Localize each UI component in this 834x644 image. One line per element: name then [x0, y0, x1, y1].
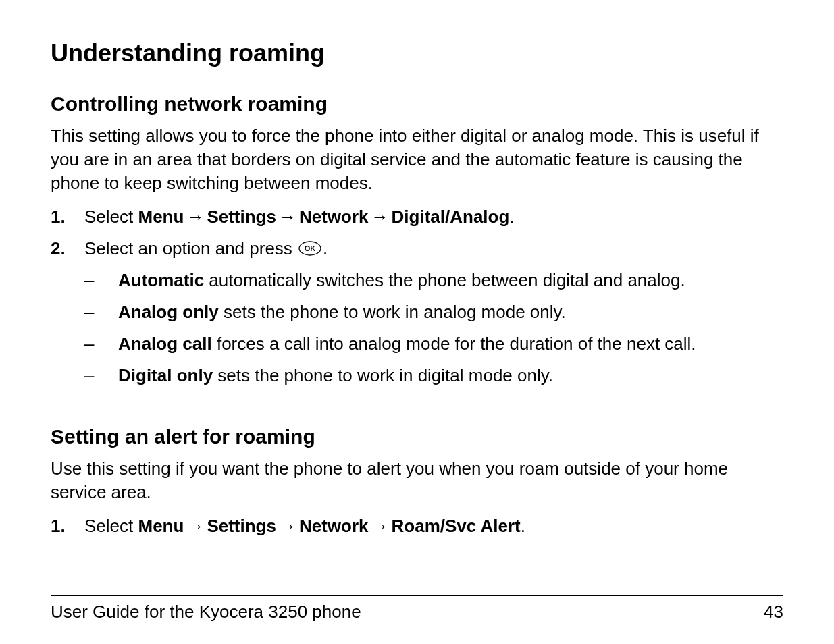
text: Select an option and press — [84, 238, 297, 259]
section1-options: – Automatic automatically switches the p… — [84, 269, 783, 387]
menu-path-menu: Menu — [138, 207, 184, 227]
bullet-dash: – — [84, 332, 118, 356]
section2-steps: 1. Select Menu→Settings→Network→Roam/Svc… — [51, 514, 783, 538]
bullet-dash: – — [84, 269, 118, 292]
option-analog-only: – Analog only sets the phone to work in … — [84, 300, 783, 324]
step-body: Select Menu→Settings→Network→Roam/Svc Al… — [84, 514, 783, 538]
page-footer: User Guide for the Kyocera 3250 phone 43 — [51, 595, 783, 624]
option-text: sets the phone to work in digital mode o… — [213, 365, 553, 385]
heading-section-2: Setting an alert for roaming — [51, 423, 783, 451]
footer-page-number: 43 — [764, 600, 783, 624]
menu-path-settings: Settings — [207, 516, 276, 536]
section1-step-1: 1. Select Menu→Settings→Network→Digital/… — [51, 205, 783, 229]
text: . — [521, 516, 525, 536]
option-digital-only: – Digital only sets the phone to work in… — [84, 364, 783, 387]
text: . — [323, 238, 328, 259]
arrow-icon: → — [279, 514, 296, 538]
step-number: 1. — [51, 205, 84, 229]
section1-steps: 1. Select Menu→Settings→Network→Digital/… — [51, 205, 783, 396]
arrow-icon: → — [371, 205, 389, 229]
text: Select — [84, 207, 138, 227]
footer-title: User Guide for the Kyocera 3250 phone — [51, 600, 361, 624]
heading-section-1: Controlling network roaming — [51, 90, 783, 118]
option-label: Analog call — [118, 333, 212, 354]
option-text: forces a call into analog mode for the d… — [212, 333, 696, 354]
step-number: 1. — [51, 514, 84, 538]
option-body: Analog call forces a call into analog mo… — [118, 332, 783, 356]
step-number: 2. — [51, 237, 84, 261]
arrow-icon: → — [186, 514, 204, 538]
option-text: automatically switches the phone between… — [204, 270, 685, 290]
option-body: Digital only sets the phone to work in d… — [118, 364, 783, 387]
bullet-dash: – — [84, 300, 118, 324]
option-analog-call: – Analog call forces a call into analog … — [84, 332, 783, 356]
option-label: Digital only — [118, 365, 213, 385]
section2-step-1: 1. Select Menu→Settings→Network→Roam/Svc… — [51, 514, 783, 538]
arrow-icon: → — [371, 514, 389, 538]
section1-step-2: 2. Select an option and press OK. – Auto… — [51, 237, 783, 396]
menu-path-roam-alert: Roam/Svc Alert — [392, 516, 521, 536]
section1-intro: This setting allows you to force the pho… — [51, 124, 783, 195]
step-body: Select Menu→Settings→Network→Digital/Ana… — [84, 205, 783, 229]
section2-intro: Use this setting if you want the phone t… — [51, 457, 783, 504]
menu-path-network: Network — [299, 207, 369, 227]
menu-path-settings: Settings — [207, 207, 276, 227]
menu-path-digital-analog: Digital/Analog — [392, 207, 510, 227]
bullet-dash: – — [84, 364, 118, 387]
option-text: sets the phone to work in analog mode on… — [219, 302, 566, 322]
step-body: Select an option and press OK. – Automat… — [84, 237, 783, 396]
heading-main: Understanding roaming — [51, 37, 783, 70]
ok-button-icon: OK — [298, 238, 321, 262]
option-label: Analog only — [118, 302, 219, 322]
text: . — [509, 207, 514, 227]
option-automatic: – Automatic automatically switches the p… — [84, 269, 783, 292]
document-page: Understanding roaming Controlling networ… — [0, 0, 834, 644]
option-body: Automatic automatically switches the pho… — [118, 269, 783, 292]
menu-path-menu: Menu — [138, 516, 184, 536]
menu-path-network: Network — [299, 516, 369, 536]
option-body: Analog only sets the phone to work in an… — [118, 300, 783, 324]
option-label: Automatic — [118, 270, 204, 290]
text: Select — [84, 516, 138, 536]
arrow-icon: → — [279, 205, 296, 229]
arrow-icon: → — [186, 205, 204, 229]
svg-text:OK: OK — [305, 244, 316, 252]
